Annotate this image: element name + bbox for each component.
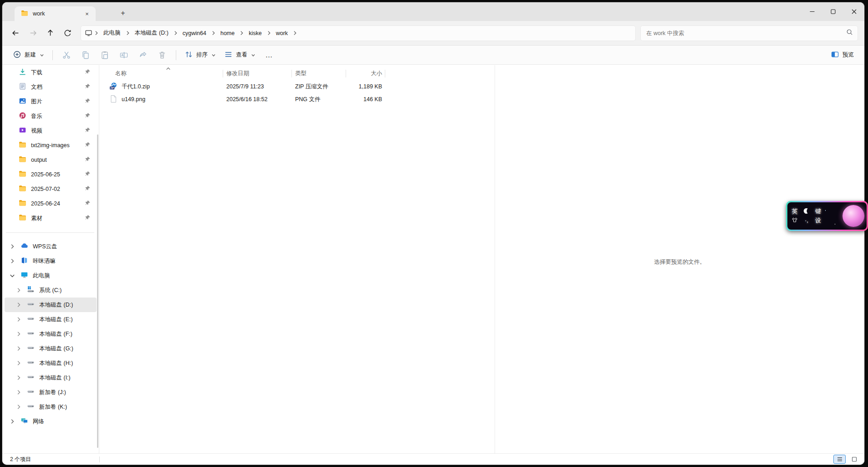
sidebar-item-downloads[interactable]: 下载 — [5, 65, 97, 80]
chevron-right-icon[interactable] — [8, 419, 16, 424]
breadcrumb-segment-work[interactable]: work — [272, 29, 292, 38]
copy-button[interactable] — [76, 48, 95, 62]
chevron-right-icon[interactable] — [15, 287, 23, 293]
share-button[interactable] — [133, 48, 153, 62]
sidebar-item-drive-k[interactable]: 新加卷 (K:) — [5, 400, 97, 414]
address-bar[interactable]: 此电脑 本地磁盘 (D:) cygwin64 home kiske work — [81, 26, 636, 41]
drive-icon — [27, 373, 35, 382]
sidebar-item-documents[interactable]: 文档 — [5, 80, 97, 94]
sidebar-item-videos[interactable]: 视频 — [5, 123, 97, 138]
search-box — [640, 26, 858, 41]
chevron-right-icon[interactable] — [239, 31, 245, 36]
sidebar: 下载 文档 图片 音乐 视频 — [2, 65, 99, 453]
minimize-button[interactable] — [802, 2, 822, 21]
sidebar-item-drive-f[interactable]: 本地磁盘 (F:) — [5, 327, 97, 341]
sidebar-item-drive-j[interactable]: 新加卷 (J:) — [5, 385, 97, 400]
new-tab-button[interactable]: + — [117, 8, 129, 19]
paste-button[interactable] — [95, 48, 114, 62]
view-toggles — [833, 455, 860, 464]
pin-icon — [85, 215, 91, 222]
chevron-right-icon[interactable] — [15, 331, 23, 337]
system-drive-icon — [27, 286, 35, 295]
breadcrumb-segment-cygwin64[interactable]: cygwin64 — [179, 29, 210, 38]
table-row-zip-file[interactable]: ZIP 千代1.0.zip 2025/7/9 11:23 ZIP 压缩文件 1,… — [99, 80, 495, 93]
column-header-name[interactable]: 名称 — [99, 67, 223, 80]
sidebar-item-2025-06-25[interactable]: 2025-06-25 — [5, 167, 97, 182]
ime-keyboard-button[interactable]: 键 — [815, 208, 821, 216]
ime-language-toggle[interactable]: 英 — [791, 208, 798, 216]
back-button[interactable] — [7, 26, 24, 41]
breadcrumb-segment-this-pc[interactable]: 此电脑 — [99, 28, 125, 38]
new-button[interactable]: 新建 — [9, 48, 48, 62]
up-button[interactable] — [41, 26, 59, 41]
column-header-size[interactable]: 大小 — [346, 67, 385, 80]
rename-button[interactable] — [114, 48, 133, 62]
folder-icon — [19, 141, 26, 150]
more-options-button[interactable]: … — [260, 48, 279, 62]
sidebar-item-drive-e[interactable]: 本地磁盘 (E:) — [5, 312, 97, 327]
maximize-button[interactable] — [822, 2, 843, 21]
chevron-right-icon[interactable] — [210, 31, 216, 36]
sidebar-item-drive-i[interactable]: 本地磁盘 (I:) — [5, 370, 97, 385]
breadcrumb-segment-kiske[interactable]: kiske — [245, 29, 266, 38]
column-header-type[interactable]: 类型 — [292, 67, 346, 80]
ime-settings-button[interactable]: 设 — [815, 217, 821, 225]
close-window-button[interactable] — [843, 2, 864, 21]
refresh-button[interactable] — [59, 26, 76, 41]
chevron-right-icon[interactable] — [125, 31, 131, 36]
tab-work[interactable]: work × — [15, 6, 96, 21]
sidebar-item-output[interactable]: output — [5, 153, 97, 167]
sidebar-item-wps-cloud[interactable]: WPS云盘 — [5, 239, 97, 254]
sidebar-item-drive-d[interactable]: 本地磁盘 (D:) — [5, 298, 97, 312]
chevron-right-icon[interactable] — [173, 31, 179, 36]
search-input[interactable] — [646, 30, 846, 36]
search-icon[interactable] — [846, 29, 853, 37]
chevron-down-icon[interactable] — [8, 273, 16, 278]
chevron-right-icon[interactable] — [15, 302, 23, 308]
details-view-button[interactable] — [833, 455, 846, 464]
chevron-right-icon[interactable] — [15, 317, 23, 322]
preview-toggle-button[interactable]: 预览 — [827, 48, 858, 62]
view-button[interactable]: 查看 — [220, 48, 260, 62]
file-name: 千代1.0.zip — [122, 83, 150, 91]
large-icons-view-button[interactable] — [848, 455, 860, 464]
chevron-right-icon[interactable] — [15, 390, 23, 395]
file-list-header: 名称 修改日期 类型 大小 — [99, 67, 495, 80]
delete-button[interactable] — [153, 48, 172, 62]
sidebar-item-txt2img-images[interactable]: txt2img-images — [5, 138, 97, 153]
sidebar-item-music[interactable]: 音乐 — [5, 109, 97, 123]
cut-button[interactable] — [57, 48, 76, 62]
breadcrumb-segment-drive-d[interactable]: 本地磁盘 (D:) — [131, 28, 173, 38]
sidebar-item-kami-app[interactable]: 咔咪洒嘛 — [5, 254, 97, 268]
chevron-right-icon — [93, 31, 99, 36]
sidebar-item-drive-h[interactable]: 本地磁盘 (H:) — [5, 356, 97, 370]
chevron-right-icon[interactable] — [15, 375, 23, 380]
column-header-date-modified[interactable]: 修改日期 — [223, 67, 292, 80]
moon-icon[interactable] — [803, 208, 810, 216]
chevron-right-icon[interactable] — [8, 258, 16, 264]
sidebar-item-drive-c[interactable]: 系统 (C:) — [5, 283, 97, 298]
sidebar-item-2025-07-02[interactable]: 2025-07-02 — [5, 182, 97, 196]
chevron-right-icon[interactable] — [292, 31, 298, 36]
chevron-right-icon[interactable] — [15, 346, 23, 351]
sidebar-item-network[interactable]: 网络 — [5, 414, 97, 429]
chevron-right-icon[interactable] — [266, 31, 272, 36]
table-row-png-file[interactable]: u149.png 2025/6/16 18:52 PNG 文件 146 KB — [99, 93, 495, 106]
ime-punctuation-button[interactable]: ·, — [803, 217, 810, 225]
chevron-right-icon[interactable] — [15, 360, 23, 366]
sidebar-item-sucai[interactable]: 素材 — [5, 211, 97, 226]
breadcrumb-segment-home[interactable]: home — [216, 29, 239, 38]
sidebar-item-drive-g[interactable]: 本地磁盘 (G:) — [5, 341, 97, 356]
ime-skin-icon[interactable] — [791, 217, 798, 225]
statusbar-divider — [99, 457, 100, 462]
chevron-right-icon[interactable] — [8, 244, 16, 249]
sidebar-item-2025-06-24[interactable]: 2025-06-24 — [5, 196, 97, 211]
sidebar-item-pictures[interactable]: 图片 — [5, 94, 97, 109]
sidebar-item-this-pc[interactable]: 此电脑 — [5, 268, 97, 283]
sidebar-scrollbar[interactable] — [97, 134, 98, 448]
tab-close-icon[interactable]: × — [82, 9, 92, 19]
chevron-right-icon[interactable] — [15, 404, 23, 410]
forward-button[interactable] — [24, 26, 41, 41]
preview-pane: 选择要预览的文件。 — [495, 65, 864, 453]
sort-button[interactable]: 排序 — [180, 48, 220, 62]
